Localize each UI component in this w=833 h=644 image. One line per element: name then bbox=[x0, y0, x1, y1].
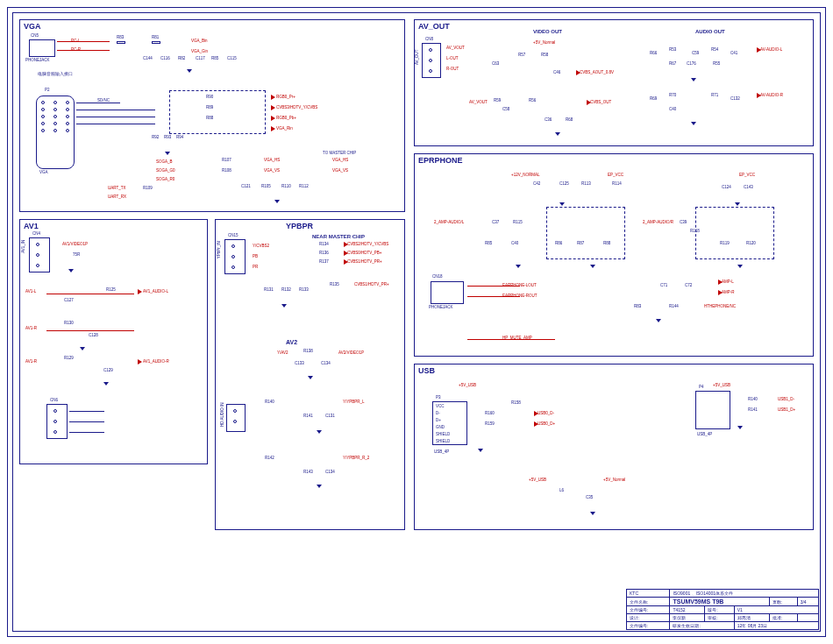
comp-r70: R70 bbox=[669, 94, 676, 98]
comp-r89: R89 bbox=[206, 106, 213, 110]
comp-c176: C176 bbox=[687, 62, 696, 67]
comp-r133: R133 bbox=[299, 288, 309, 293]
usb-conn-right bbox=[695, 391, 730, 429]
wire bbox=[76, 110, 155, 110]
net-av2video: AV2/VIDEO1P bbox=[338, 351, 364, 356]
comp-c39: C39 bbox=[680, 221, 687, 225]
comp-r120: R120 bbox=[746, 242, 756, 246]
comp-r125: R125 bbox=[106, 288, 116, 293]
comp-r105: R105 bbox=[261, 185, 271, 189]
tb-ver: V1 bbox=[734, 606, 818, 614]
net-vgavs2: VGA_VS bbox=[332, 169, 348, 173]
net-av1l: AV1-L bbox=[25, 290, 36, 294]
comp-r130: R130 bbox=[64, 322, 74, 326]
tb-company: KTC bbox=[627, 590, 670, 598]
gnd-icon bbox=[735, 202, 740, 206]
net-usb0dm: USB0_D- bbox=[538, 412, 554, 416]
net-5vnorm: +5V_Normal bbox=[603, 478, 625, 483]
comp-r58: R58 bbox=[541, 53, 548, 58]
net-ampr: AMP-R bbox=[722, 291, 735, 295]
net-hdtvpb: CVBS0/HDTV_PB+ bbox=[347, 251, 381, 256]
earphone-jack bbox=[431, 281, 464, 304]
tb-ys: 年 bbox=[742, 623, 746, 628]
net-uartrx: UART_RX bbox=[108, 195, 126, 200]
comp-r140: R140 bbox=[265, 400, 274, 405]
comp-r141u: R141 bbox=[748, 408, 758, 413]
comp-r54: R54 bbox=[711, 48, 718, 53]
net-vgahs2: VGA_HS bbox=[332, 159, 348, 163]
arrow-icon bbox=[757, 47, 761, 53]
arrow-icon bbox=[344, 259, 348, 265]
wire bbox=[69, 411, 104, 412]
gnd-icon bbox=[103, 382, 109, 386]
usb-type-l: USB_4P bbox=[434, 450, 449, 455]
comp-r132: R132 bbox=[281, 288, 291, 293]
net-yav2: Y/AV2 bbox=[277, 351, 288, 356]
net-vgavs: VGA_VS bbox=[264, 169, 280, 173]
avout-label: AV_OUT bbox=[416, 49, 420, 65]
wire bbox=[76, 103, 120, 103]
comp-c117: C117 bbox=[196, 57, 205, 61]
gnd-icon bbox=[737, 265, 743, 268]
av1-block: AV1 CN4 AV1_IN AV1/VIDEO1P 75R AV1-L C12… bbox=[19, 219, 208, 464]
video-out-sub: VIDEO OUT bbox=[533, 29, 562, 34]
net-ampaudr: 2_AMP-AUDIO/R bbox=[643, 221, 673, 225]
pin bbox=[53, 129, 57, 132]
comp-c177: R71 bbox=[711, 94, 718, 98]
pin bbox=[233, 420, 237, 423]
usb-block: USB +5V_USB +5V_USB P3 VCC D- D+ GND SHI… bbox=[414, 364, 814, 530]
res bbox=[152, 41, 160, 44]
wire bbox=[46, 330, 134, 331]
arrow-icon bbox=[138, 289, 142, 294]
net-rout: R-OUT bbox=[446, 67, 459, 72]
comp-r56: R56 bbox=[529, 99, 536, 103]
comp-r108: R108 bbox=[222, 169, 231, 173]
net-pr: PR bbox=[253, 265, 258, 270]
pin bbox=[36, 264, 39, 267]
pin bbox=[231, 255, 235, 258]
net-5vusb3: +5V_USB bbox=[529, 478, 546, 483]
net-rgb0pr: RGB0_Pr+ bbox=[276, 96, 295, 100]
pin bbox=[53, 115, 57, 118]
wire bbox=[46, 294, 134, 294]
ypbpr-conn bbox=[224, 239, 246, 274]
comp-c40: C41 bbox=[730, 52, 737, 56]
arrow-icon bbox=[271, 95, 275, 100]
tb-checker: 郑秀清 bbox=[734, 614, 769, 622]
net-yypbprl: Y/YPBPR_L bbox=[343, 400, 365, 405]
comp-r134: R134 bbox=[319, 243, 329, 247]
net-usb1dm: USB1_D- bbox=[778, 398, 794, 402]
wire bbox=[467, 286, 520, 287]
net-avvout2: AV_VOUT bbox=[469, 101, 488, 105]
comp-c133: C133 bbox=[295, 362, 304, 366]
comp-c121: C121 bbox=[241, 185, 251, 189]
vga-conn-ref: P2 bbox=[45, 88, 50, 93]
pin bbox=[41, 108, 45, 111]
arrow-icon bbox=[718, 290, 723, 295]
pin bbox=[66, 101, 69, 104]
net-vgarin: VGA_Rin bbox=[276, 127, 293, 131]
tb-docno-lbl: 文件编号: bbox=[627, 606, 670, 614]
tb-ds: 日 bbox=[763, 623, 767, 628]
ypbpr-block: YPBPR NEAR MASTER CHIP CN15 YPbPr_IN Y/C… bbox=[215, 219, 405, 530]
gnd-icon bbox=[187, 69, 192, 73]
comp-c63: C63 bbox=[492, 62, 499, 67]
comp-r71: C40 bbox=[669, 108, 676, 112]
comp-r114: R114 bbox=[612, 182, 622, 187]
earphone-block: EPRPHONE +12V_NORMAL EP_VCC EP_VCC C42 C… bbox=[414, 153, 814, 357]
net-avaudl: AV-AUDIO-L bbox=[760, 48, 782, 53]
comp-r86: R86 bbox=[555, 242, 562, 246]
pin bbox=[429, 48, 432, 52]
comp-r107: R107 bbox=[222, 159, 231, 163]
comp-r138: R138 bbox=[303, 350, 313, 354]
comp-r143: R143 bbox=[303, 471, 313, 475]
net-hdtvpr2: CVBS1/HDTV_PR+ bbox=[354, 283, 389, 287]
comp-r144: R144 bbox=[669, 305, 679, 309]
pin bbox=[429, 69, 432, 73]
vga-cn-note: 电脑音频输入接口 bbox=[38, 71, 73, 76]
usb-title: USB bbox=[418, 366, 435, 375]
usb-pin-vcc: VCC bbox=[436, 405, 445, 409]
ypbpr-in-label: YPbPr_IN bbox=[217, 241, 222, 258]
comp-r109: R109 bbox=[143, 187, 153, 191]
audio-out-sub: AUDIO OUT bbox=[695, 29, 725, 34]
